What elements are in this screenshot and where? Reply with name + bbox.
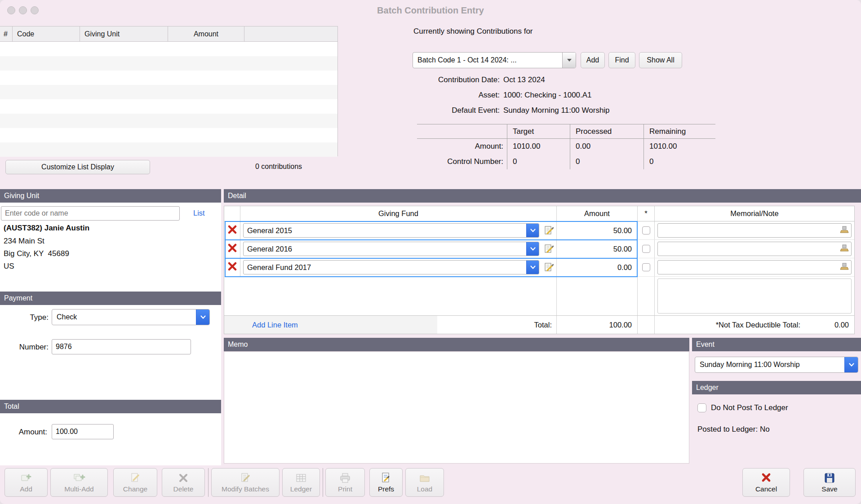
window-title: Batch Contribution Entry [0, 0, 861, 21]
memorial-note-field[interactable] [657, 223, 852, 238]
not-tax-deductible-checkbox[interactable] [642, 226, 650, 234]
line-amount-field[interactable]: 50.00 [557, 240, 638, 258]
column-header-code[interactable]: Code [13, 27, 80, 41]
delete-icon [177, 472, 190, 484]
memo-section-header: Memo [224, 338, 689, 351]
ledger-icon [295, 472, 307, 484]
do-not-post-checkbox[interactable] [697, 403, 706, 412]
multi-add-button[interactable]: Multi-Add [50, 468, 108, 497]
detail-footer: Add Line Item Total: 100.00 *Not Tax Ded… [224, 315, 854, 334]
note-stamp-icon[interactable] [839, 243, 849, 255]
batch-add-button[interactable]: Add [581, 52, 605, 68]
delete-line-icon[interactable] [227, 225, 237, 236]
posted-to-ledger-text: Posted to Ledger: No [697, 425, 770, 434]
contribution-date-label: Contribution Date: [395, 75, 500, 84]
column-header-delete [224, 206, 240, 221]
edit-fund-icon[interactable] [541, 225, 556, 236]
giving-fund-value: General Fund 2017 [244, 263, 526, 272]
change-button[interactable]: Change [113, 468, 157, 497]
giving-fund-select[interactable]: General 2015 [243, 223, 539, 238]
default-event-value: Sunday Morning 11:00 Worship [503, 106, 610, 115]
prefs-button[interactable]: Prefs [369, 468, 403, 497]
summary-blank-cell [417, 124, 507, 138]
edit-fund-icon[interactable] [541, 262, 556, 273]
delete-line-icon[interactable] [227, 261, 237, 273]
memorial-note-field[interactable] [657, 242, 852, 256]
giving-fund-select[interactable]: General Fund 2017 [243, 260, 539, 274]
summary-amount-processed: 0.00 [570, 139, 644, 154]
add-icon [20, 472, 32, 484]
giving-unit-search-input[interactable] [1, 206, 180, 221]
add-line-item-link[interactable]: Add Line Item [252, 321, 298, 329]
column-header-giving-unit[interactable]: Giving Unit [80, 27, 168, 41]
load-button[interactable]: Load [405, 468, 444, 497]
total-amount-input[interactable] [52, 424, 114, 439]
column-header-blank [244, 27, 337, 41]
ledger-section-header: Ledger [692, 381, 861, 394]
detail-table-header: Giving Fund Amount * Memorial/Note [224, 206, 854, 221]
event-select[interactable]: Sunday Morning 11:00 Worship [695, 357, 858, 373]
summary-control-target: 0 [507, 154, 570, 169]
summary-col-target: Target [507, 124, 570, 138]
delete-button[interactable]: Delete [162, 468, 205, 497]
detail-row: General 2016 50.00 [224, 240, 854, 258]
chevron-down-icon [526, 242, 539, 256]
contribution-list-table[interactable]: # Code Giving Unit Amount [0, 26, 338, 156]
detail-empty-area [224, 277, 854, 315]
list-row [0, 99, 337, 114]
dropdown-arrow-icon [562, 53, 576, 68]
print-button[interactable]: Print [325, 468, 365, 497]
memorial-note-field[interactable] [657, 279, 852, 314]
line-amount-field[interactable]: 0.00 [557, 258, 638, 276]
memorial-note-field[interactable] [657, 260, 852, 274]
batch-select-value: Batch Code 1 - Oct 14 2024: ... [413, 56, 562, 64]
summary-col-remaining: Remaining [644, 124, 715, 138]
contribution-count: 0 contributions [229, 163, 328, 171]
giving-unit-address-line: US [4, 262, 14, 271]
cancel-icon [760, 472, 772, 484]
list-row [0, 85, 337, 99]
customize-list-display-button[interactable]: Customize List Display [5, 160, 150, 174]
contribution-list-body[interactable] [0, 42, 337, 157]
batch-find-button[interactable]: Find [608, 52, 635, 68]
edit-fund-icon[interactable] [541, 243, 556, 254]
event-section-header: Event [692, 338, 861, 351]
chevron-down-icon [196, 309, 209, 325]
cancel-button[interactable]: Cancel [742, 468, 790, 497]
list-row [0, 142, 337, 157]
giving-unit-address-line: 234 Main St [4, 237, 44, 246]
note-stamp-icon[interactable] [839, 261, 849, 273]
giving-unit-list-link[interactable]: List [193, 209, 205, 217]
detail-total-label: Total: [534, 321, 556, 329]
detail-row: General 2015 50.00 [224, 221, 854, 240]
summary-control-processed: 0 [570, 154, 644, 169]
titlebar[interactable]: Batch Contribution Entry [0, 0, 861, 21]
payment-number-label: Number: [8, 343, 49, 352]
asset-value: 1000: Checking - 1000.A1 [503, 91, 592, 100]
change-icon [129, 472, 142, 484]
modify-batches-button[interactable]: Modify Batches [211, 468, 280, 497]
list-row [0, 42, 337, 56]
payment-type-select[interactable]: Check [52, 309, 210, 325]
not-tax-deductible-checkbox[interactable] [642, 245, 650, 253]
contribution-list-header: # Code Giving Unit Amount [0, 27, 337, 42]
save-button[interactable]: Save [803, 468, 856, 497]
memo-input[interactable] [224, 351, 689, 464]
delete-line-icon[interactable] [227, 243, 237, 255]
column-header-amount[interactable]: Amount [168, 27, 244, 41]
batch-select[interactable]: Batch Code 1 - Oct 14 2024: ... [413, 52, 576, 68]
column-header-line-amount: Amount [557, 206, 638, 221]
column-header-number[interactable]: # [0, 27, 13, 41]
note-stamp-icon[interactable] [839, 225, 849, 236]
giving-unit-address-line: Big City, KY 45689 [4, 249, 69, 258]
batch-show-all-button[interactable]: Show All [639, 52, 682, 68]
payment-number-input[interactable] [52, 339, 191, 354]
giving-fund-select[interactable]: General 2016 [243, 242, 539, 256]
ledger-button[interactable]: Ledger [282, 468, 320, 497]
print-icon [339, 472, 351, 484]
batch-contribution-entry-window: Batch Contribution Entry # Code Giving U… [0, 0, 861, 504]
add-button[interactable]: Add [4, 468, 48, 497]
load-icon [418, 472, 431, 484]
line-amount-field[interactable]: 50.00 [557, 221, 638, 239]
not-tax-deductible-checkbox[interactable] [642, 263, 650, 271]
